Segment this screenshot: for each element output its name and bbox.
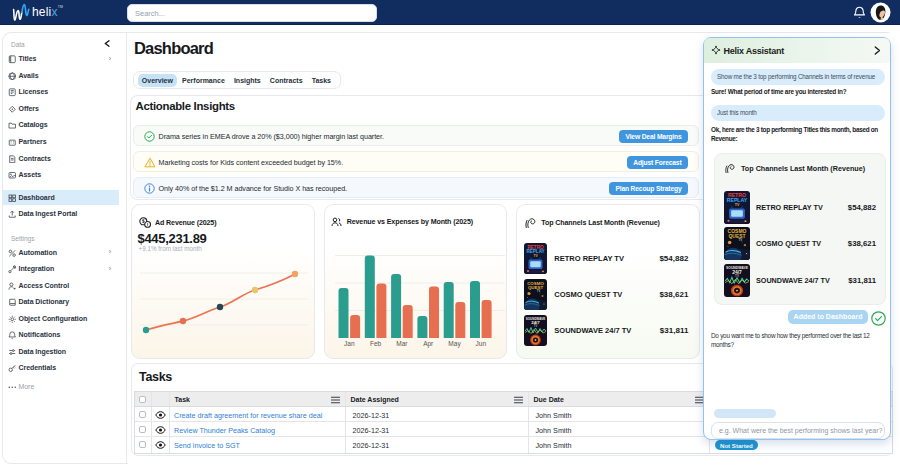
svg-text:QUEST: QUEST bbox=[728, 234, 745, 239]
svg-text:TV: TV bbox=[735, 203, 740, 207]
svg-text:Jan: Jan bbox=[344, 340, 355, 347]
svg-text:Feb: Feb bbox=[370, 340, 382, 347]
svg-text:May: May bbox=[448, 340, 461, 348]
svg-text:Mar: Mar bbox=[396, 340, 408, 347]
svg-text:QUEST: QUEST bbox=[528, 285, 543, 290]
svg-text:Apr: Apr bbox=[423, 340, 434, 348]
svg-text:Jun: Jun bbox=[475, 340, 486, 347]
svg-text:REPLAY: REPLAY bbox=[727, 197, 748, 203]
